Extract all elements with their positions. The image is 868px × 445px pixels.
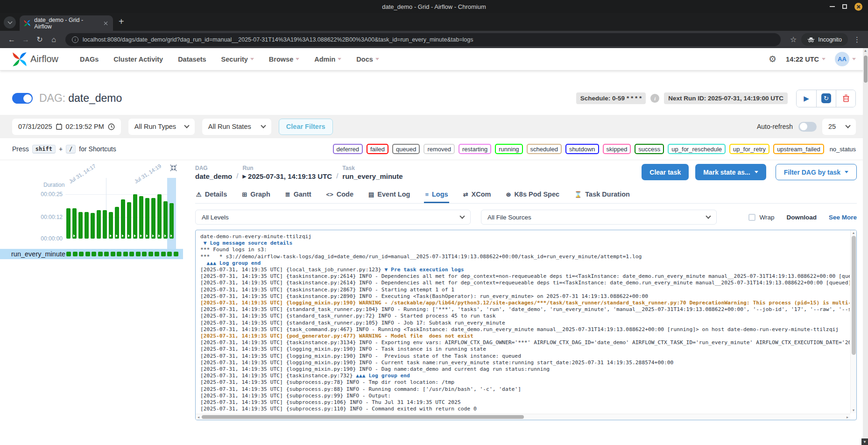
tab-search-button[interactable] <box>4 16 16 28</box>
schedule-info-icon[interactable]: i <box>650 94 659 103</box>
duration-bar[interactable] <box>151 198 155 239</box>
nav-item-admin[interactable]: Admin <box>314 56 341 63</box>
duration-bar[interactable] <box>72 208 77 239</box>
page-size-select[interactable]: 25 <box>822 119 856 135</box>
scroll-corner[interactable]: ▼ <box>861 438 868 445</box>
breadcrumb-run-value[interactable]: ▶ 2025-07-31, 14:19:13 UTC <box>242 172 332 180</box>
run-states-select[interactable]: All Run States <box>202 119 271 135</box>
task-run-square[interactable] <box>155 252 159 256</box>
browser-menu-icon[interactable]: ⋮ <box>854 35 861 44</box>
tab-event-log[interactable]: ▤Event Log <box>367 188 411 203</box>
log-sources-select[interactable]: All File Sources <box>481 210 717 225</box>
task-run-square[interactable] <box>136 252 141 256</box>
duration-bar[interactable] <box>78 212 83 239</box>
nav-item-cluster-activity[interactable]: Cluster Activity <box>113 56 163 63</box>
duration-bar[interactable] <box>133 194 137 239</box>
log-horizontal-scrollbar[interactable]: ◂ ▸ <box>196 414 850 420</box>
task-run-square[interactable] <box>104 252 109 256</box>
tab-xcom[interactable]: ⇄XCom <box>462 188 492 203</box>
task-name[interactable]: run_every_minute <box>11 250 65 258</box>
nav-item-datasets[interactable]: Datasets <box>178 56 206 63</box>
duration-bar[interactable] <box>163 201 168 239</box>
scroll-right-icon[interactable]: ▸ <box>845 414 850 420</box>
run-types-select[interactable]: All Run Types <box>128 119 195 135</box>
url-bar[interactable]: i localhost:8080/dags/date_demo/grid?dag… <box>65 33 781 46</box>
page-scrollbar[interactable]: ▲ <box>863 48 868 438</box>
download-link[interactable]: Download <box>786 214 817 221</box>
nav-item-browse[interactable]: Browse <box>269 56 299 63</box>
clear-task-button[interactable]: Clear task <box>642 164 689 180</box>
task-run-square[interactable] <box>66 252 71 256</box>
delete-dag-button[interactable] <box>836 90 855 107</box>
duration-bar[interactable] <box>115 207 119 239</box>
see-more-link[interactable]: See More <box>829 214 857 221</box>
filter-dag-button[interactable]: Filter DAG by task <box>776 164 857 180</box>
task-run-square[interactable] <box>123 252 128 256</box>
browser-tab[interactable]: date_demo - Grid - Airflow <box>20 15 113 31</box>
task-run-square[interactable] <box>73 252 78 256</box>
duration-bar[interactable] <box>157 194 162 239</box>
duration-bar[interactable] <box>85 212 89 239</box>
duration-bar[interactable] <box>109 212 113 239</box>
task-run-square[interactable] <box>174 252 178 256</box>
task-run-square[interactable] <box>85 252 90 256</box>
airflow-brand[interactable]: Airflow <box>12 52 58 67</box>
bookmark-star-icon[interactable]: ☆ <box>790 35 797 44</box>
task-run-square[interactable] <box>142 252 147 256</box>
scroll-left-icon[interactable]: ◂ <box>196 414 201 420</box>
scroll-up-icon[interactable]: ▲ <box>863 48 868 54</box>
duration-bar[interactable] <box>91 213 95 239</box>
duration-bar[interactable] <box>169 203 174 239</box>
task-run-square[interactable] <box>167 252 172 256</box>
site-info-icon[interactable]: i <box>72 36 78 43</box>
trigger-dag-button[interactable]: ▶ <box>797 90 816 107</box>
task-run-square[interactable] <box>98 252 103 256</box>
tab-code[interactable]: <>Code <box>325 188 354 203</box>
dag-pause-toggle[interactable] <box>12 93 33 104</box>
back-icon[interactable]: ← <box>5 33 19 47</box>
duration-bar[interactable] <box>97 210 101 239</box>
duration-bar[interactable] <box>103 210 107 239</box>
nav-item-security[interactable]: Security <box>221 56 254 63</box>
clear-filters-button[interactable]: Clear Filters <box>279 119 333 135</box>
tab-logs[interactable]: ≡Logs <box>424 188 449 203</box>
duration-bar[interactable] <box>121 199 125 239</box>
scroll-up-icon[interactable]: ▲ <box>851 230 856 236</box>
reparse-dag-button[interactable]: ↻ <box>816 90 836 107</box>
nav-item-docs[interactable]: Docs <box>356 56 379 63</box>
datetime-filter-input[interactable]: 07/31/2025 02:19:52 PM <box>12 119 121 135</box>
task-run-square[interactable] <box>161 252 166 256</box>
minimize-icon[interactable] <box>830 6 835 7</box>
breadcrumb-task-value[interactable]: run_every_minute <box>342 172 402 180</box>
duration-bar[interactable] <box>145 198 149 239</box>
duration-bar[interactable] <box>127 202 131 239</box>
log-vscroll-thumb[interactable] <box>852 236 856 355</box>
log-hscroll-thumb[interactable] <box>202 415 524 419</box>
task-run-square[interactable] <box>92 252 96 256</box>
new-tab-button[interactable]: + <box>119 16 124 27</box>
tab-gantt[interactable]: ≣Gantt <box>284 188 312 203</box>
tab-k8s-pod-spec[interactable]: ⊛K8s Pod Spec <box>505 188 560 203</box>
forward-icon[interactable]: → <box>19 33 33 47</box>
tab-details[interactable]: ⚠Details <box>195 188 228 203</box>
gear-icon[interactable]: ⚙ <box>769 54 776 64</box>
task-run-square[interactable] <box>117 252 121 256</box>
task-row[interactable]: run_every_minute <box>0 249 183 259</box>
task-run-square[interactable] <box>111 252 115 256</box>
wrap-checkbox[interactable] <box>748 214 755 221</box>
log-content[interactable]: date-demo-run-every-minute-ttilzqij ▼ Lo… <box>196 232 850 413</box>
tab-graph[interactable]: ⊞Graph <box>241 188 271 203</box>
nav-item-dags[interactable]: DAGs <box>80 56 99 63</box>
user-menu[interactable]: AA <box>835 52 856 66</box>
timezone-selector[interactable]: 14:22 UTC <box>786 56 826 63</box>
mark-state-button[interactable]: Mark state as... <box>695 164 766 180</box>
task-run-square[interactable] <box>79 252 84 256</box>
maximize-icon[interactable] <box>842 4 847 9</box>
tab-task-duration[interactable]: ⌛Task Duration <box>573 188 631 203</box>
breadcrumb-dag-value[interactable]: date_demo <box>195 172 232 180</box>
log-vertical-scrollbar[interactable]: ▲ ▼ <box>850 230 856 413</box>
home-icon[interactable]: ⌂ <box>47 33 61 47</box>
tab-close-icon[interactable] <box>103 20 109 27</box>
task-run-square[interactable] <box>129 252 134 256</box>
wrap-control[interactable]: Wrap <box>748 214 774 221</box>
